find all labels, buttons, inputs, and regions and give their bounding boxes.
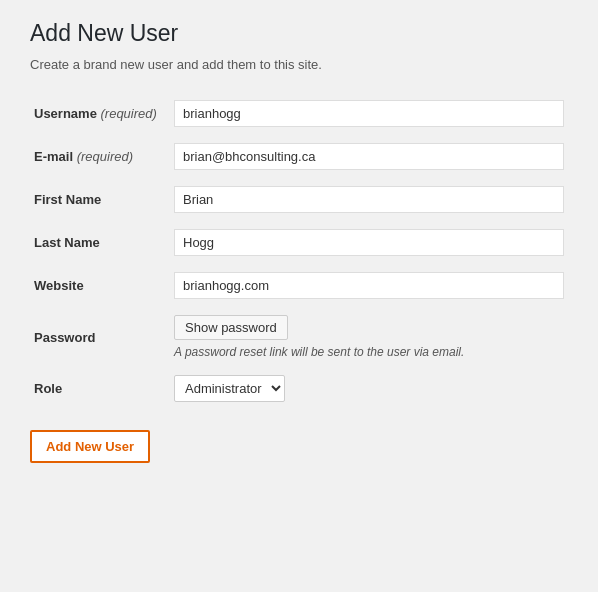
username-row: Username (required)	[30, 92, 568, 135]
password-hint: A password reset link will be sent to th…	[174, 345, 564, 359]
add-new-user-button[interactable]: Add New User	[30, 430, 150, 463]
firstname-row: First Name	[30, 178, 568, 221]
lastname-label: Last Name	[30, 221, 170, 264]
page-subtitle: Create a brand new user and add them to …	[30, 57, 568, 72]
website-input[interactable]	[174, 272, 564, 299]
role-row: Role Administrator Editor Author Contrib…	[30, 367, 568, 410]
firstname-input[interactable]	[174, 186, 564, 213]
page-title: Add New User	[30, 20, 568, 47]
password-row: Password Show password A password reset …	[30, 307, 568, 367]
username-label: Username (required)	[30, 92, 170, 135]
email-row: E-mail (required)	[30, 135, 568, 178]
show-password-button[interactable]: Show password	[174, 315, 288, 340]
role-select[interactable]: Administrator Editor Author Contributor …	[174, 375, 285, 402]
website-label: Website	[30, 264, 170, 307]
firstname-label: First Name	[30, 178, 170, 221]
email-label: E-mail (required)	[30, 135, 170, 178]
role-label: Role	[30, 367, 170, 410]
password-label: Password	[30, 307, 170, 367]
lastname-input[interactable]	[174, 229, 564, 256]
password-cell: Show password A password reset link will…	[174, 315, 564, 359]
username-input[interactable]	[174, 100, 564, 127]
lastname-row: Last Name	[30, 221, 568, 264]
website-row: Website	[30, 264, 568, 307]
email-input[interactable]	[174, 143, 564, 170]
user-form: Username (required) E-mail (required) Fi…	[30, 92, 568, 410]
